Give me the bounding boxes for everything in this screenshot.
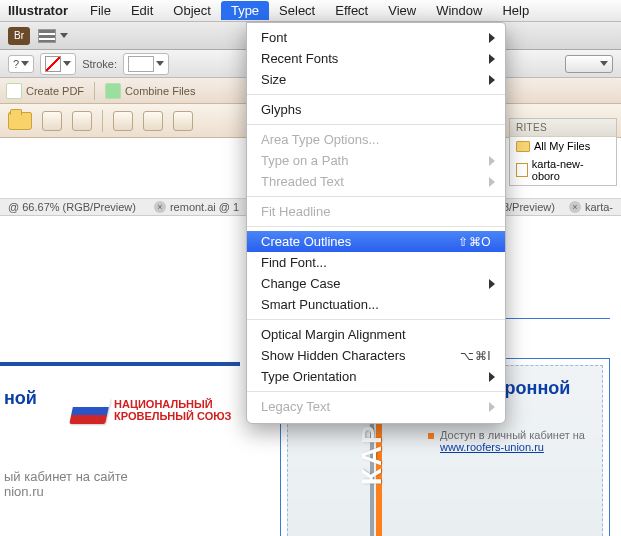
combine-files-label: Combine Files <box>125 85 195 97</box>
fill-swatch[interactable] <box>40 53 76 75</box>
no-fill-icon <box>45 56 61 72</box>
combine-icon <box>105 83 121 99</box>
menu-separator <box>247 124 505 125</box>
artwork-text: nion.ru <box>4 484 260 499</box>
help-label: ? <box>13 58 19 70</box>
chevron-down-icon <box>21 61 29 66</box>
menu-select[interactable]: Select <box>269 1 325 20</box>
close-tab-button[interactable]: × <box>154 201 166 213</box>
menu-item-find-font[interactable]: Find Font... <box>247 252 505 273</box>
menu-item-glyphs[interactable]: Glyphs <box>247 99 505 120</box>
menu-file[interactable]: File <box>80 1 121 20</box>
menubar: Illustrator File Edit Object Type Select… <box>0 0 621 22</box>
favorites-item-label: All My Files <box>534 140 590 152</box>
menu-type[interactable]: Type <box>221 1 269 20</box>
menu-separator <box>247 319 505 320</box>
menu-item-area-type-options: Area Type Options... <box>247 129 505 150</box>
menu-item-optical-margin[interactable]: Optical Margin Alignment <box>247 324 505 345</box>
menu-view[interactable]: View <box>378 1 426 20</box>
logo-line: КРОВЕЛЬНЫЙ СОЮЗ <box>114 410 232 422</box>
bullet-icon <box>428 433 434 439</box>
chevron-down-icon <box>63 61 71 66</box>
menu-separator <box>247 226 505 227</box>
close-tab-button[interactable]: × <box>569 201 581 213</box>
arrange-docs-button[interactable] <box>38 29 68 43</box>
create-pdf-label: Create PDF <box>26 85 84 97</box>
bridge-button[interactable]: Br <box>8 27 30 45</box>
flag-icon <box>69 398 111 424</box>
email-button[interactable] <box>72 111 92 131</box>
menu-item-legacy-text: Legacy Text <box>247 396 505 417</box>
menu-object[interactable]: Object <box>163 1 221 20</box>
menu-item-smart-punctuation[interactable]: Smart Punctuation... <box>247 294 505 315</box>
workspace-switcher[interactable] <box>565 55 613 73</box>
menu-item-create-outlines[interactable]: Create Outlines⇧⌘O <box>247 231 505 252</box>
arrange-docs-icon <box>38 29 56 43</box>
menu-edit[interactable]: Edit <box>121 1 163 20</box>
menu-item-type-on-path: Type on a Path <box>247 150 505 171</box>
menu-separator <box>247 196 505 197</box>
artwork-logo: НАЦИОНАЛЬНЫЙ КРОВЕЛЬНЫЙ СОЮЗ <box>72 398 252 424</box>
chevron-down-icon <box>60 33 68 38</box>
artwork-link: www.roofers-union.ru <box>440 441 596 453</box>
separator <box>102 110 103 132</box>
menu-item-change-case[interactable]: Change Case <box>247 273 505 294</box>
stroke-weight-input[interactable] <box>123 53 169 75</box>
doc-tab-label: karta- <box>585 201 613 213</box>
doc-tab-fragment[interactable]: 3/Preview) <box>503 201 555 213</box>
doc-tab-remont[interactable]: × remont.ai @ 1 <box>154 201 239 213</box>
artwork-rule <box>0 362 240 366</box>
help-button[interactable]: ? <box>8 55 34 73</box>
artwork-bullet: Доступ в личный кабинет на <box>428 429 596 441</box>
create-pdf-button[interactable]: Create PDF <box>6 83 84 99</box>
menu-item-font[interactable]: Font <box>247 27 505 48</box>
document-icon <box>516 163 528 177</box>
doc-tab-label: remont.ai @ 1 <box>170 201 239 213</box>
app-title: Illustrator <box>8 3 68 18</box>
menu-item-type-orientation[interactable]: Type Orientation <box>247 366 505 387</box>
menu-separator <box>247 94 505 95</box>
type-menu: Font Recent Fonts Size Glyphs Area Type … <box>246 22 506 424</box>
open-folder-button[interactable] <box>8 112 32 130</box>
menu-item-recent-fonts[interactable]: Recent Fonts <box>247 48 505 69</box>
doc-tab-karta[interactable]: × karta- <box>569 201 613 213</box>
tool-button[interactable] <box>173 111 193 131</box>
print-button[interactable] <box>42 111 62 131</box>
menu-help[interactable]: Help <box>492 1 539 20</box>
folder-icon <box>516 141 530 152</box>
doc-tab-fragment[interactable]: @ 66.67% (RGB/Preview) <box>8 201 136 213</box>
favorites-item-label: karta-new-oboro <box>532 158 610 182</box>
stroke-label: Stroke: <box>82 58 117 70</box>
favorites-panel: RITES All My Files karta-new-oboro <box>509 118 617 186</box>
chevron-down-icon <box>156 61 164 66</box>
menu-effect[interactable]: Effect <box>325 1 378 20</box>
favorites-header: RITES <box>510 119 616 137</box>
separator <box>94 82 95 100</box>
pdf-icon <box>6 83 22 99</box>
menu-item-size[interactable]: Size <box>247 69 505 90</box>
tool-button[interactable] <box>143 111 163 131</box>
menu-separator <box>247 391 505 392</box>
menu-item-show-hidden[interactable]: Show Hidden Characters⌥⌘I <box>247 345 505 366</box>
chevron-down-icon <box>600 61 608 66</box>
favorites-item-allmyfiles[interactable]: All My Files <box>510 137 616 155</box>
logo-line: НАЦИОНАЛЬНЫЙ <box>114 398 232 410</box>
menu-item-fit-headline: Fit Headline <box>247 201 505 222</box>
menu-item-threaded-text: Threaded Text <box>247 171 505 192</box>
stroke-value[interactable] <box>128 56 154 72</box>
artwork-text: ый кабинет на сайте <box>4 469 260 484</box>
favorites-item-karta[interactable]: karta-new-oboro <box>510 155 616 185</box>
combine-files-button[interactable]: Combine Files <box>105 83 195 99</box>
menu-window[interactable]: Window <box>426 1 492 20</box>
tool-button[interactable] <box>113 111 133 131</box>
